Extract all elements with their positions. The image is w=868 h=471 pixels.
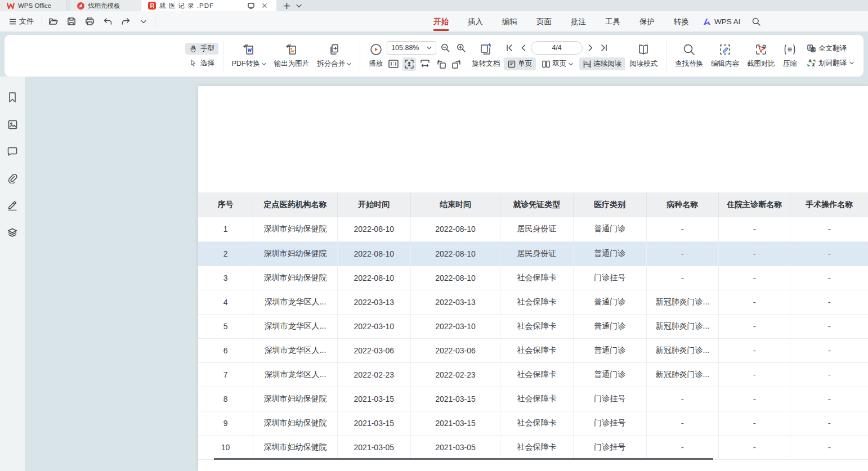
select-tool-button[interactable]: 选择	[185, 57, 218, 69]
find-replace-button[interactable]: 查找替换	[671, 41, 707, 71]
rotate-left-button[interactable]	[434, 57, 448, 71]
full-text-translate-button[interactable]: 全文翻译	[803, 43, 858, 55]
continuous-reading-button[interactable]: 连续阅读	[579, 57, 625, 70]
menu-search-button[interactable]	[752, 17, 760, 26]
save-button[interactable]	[65, 15, 78, 28]
page-indicator-input[interactable]	[531, 41, 583, 55]
split-merge-button[interactable]: 拆分合并	[313, 41, 355, 71]
menu-tab-insert[interactable]: 插入	[464, 14, 486, 29]
column-header: 开始时间	[338, 192, 411, 217]
menu-tab-edit[interactable]: 编辑	[499, 14, 521, 29]
double-page-button[interactable]: 双页	[538, 57, 577, 70]
quick-access-dropdown[interactable]	[137, 15, 150, 28]
table-cell: -	[790, 362, 868, 387]
ribbon-toolbar: 手型 选择 PDF转换	[5, 35, 863, 77]
menu-tab-convert[interactable]: 转换	[670, 14, 692, 29]
play-icon	[369, 43, 383, 56]
word-translate-button[interactable]: 划词翻译	[803, 57, 858, 69]
table-bottom-border	[214, 458, 713, 460]
pdf-convert-button[interactable]: PDF转换	[228, 41, 270, 71]
bookmark-icon	[8, 92, 17, 102]
table-cell: -	[790, 338, 868, 362]
chevron-down-icon	[347, 62, 351, 66]
table-cell: -	[719, 362, 790, 387]
fit-page-button[interactable]	[402, 57, 416, 71]
tab-document-pdf[interactable]: 就 医 记 录 .PDF	[141, 0, 276, 11]
table-cell: 深圳市妇幼保健院	[253, 241, 338, 266]
wps-ai-button[interactable]: WPS AI	[703, 17, 741, 26]
table-cell: 普通门诊	[573, 362, 646, 387]
rotate-right-button[interactable]	[450, 57, 463, 71]
zoom-in-button[interactable]	[454, 41, 468, 55]
menu-tab-home[interactable]: 开始	[430, 14, 452, 29]
rotate-document-button[interactable]: 旋转文档	[468, 41, 504, 71]
attachments-panel-button[interactable]	[5, 171, 20, 186]
edit-content-button[interactable]: 编辑内容	[707, 41, 743, 71]
hand-tool-button[interactable]: 手型	[185, 43, 218, 55]
export-as-image-button[interactable]: 输出为图片	[270, 41, 314, 71]
table-cell: 社会保障卡	[500, 314, 574, 338]
single-page-button[interactable]: 单页	[504, 57, 536, 70]
table-cell: 新冠肺炎门诊...	[646, 290, 719, 314]
tab-list-button[interactable]	[296, 4, 302, 8]
read-mode-button[interactable]: 阅读模式	[625, 41, 661, 71]
screenshot-compare-button[interactable]: 截图对比	[743, 41, 779, 71]
next-page-button[interactable]	[585, 41, 596, 55]
table-cell: 2022-03-06	[410, 338, 500, 362]
table-row: 6深圳市龙华区人...2022-03-062022-03-06社会保障卡普通门诊…	[198, 338, 868, 362]
table-row: 9深圳市妇幼保健院2021-03-152021-03-15社会保障卡门诊挂号--…	[198, 411, 868, 435]
table-cell: 4	[198, 290, 253, 314]
play-label: 播放	[369, 59, 383, 69]
menu-tab-tools[interactable]: 工具	[602, 14, 624, 29]
table-cell: -	[646, 266, 719, 290]
medical-records-table: 序号定点医药机构名称开始时间结束时间就诊凭证类型医疗类别病种名称住院主诊断名称手…	[198, 192, 868, 460]
new-tab-button[interactable]	[283, 2, 290, 10]
file-menu-button[interactable]: 文件	[6, 15, 37, 28]
zoom-level-select[interactable]: 105.88%	[387, 41, 436, 55]
zoom-out-button[interactable]	[439, 41, 452, 55]
last-page-button[interactable]	[598, 41, 610, 55]
layers-panel-button[interactable]	[5, 225, 20, 240]
tab-label: WPS Office	[18, 2, 51, 9]
previous-page-button[interactable]	[517, 41, 529, 55]
wps-ai-label: WPS AI	[714, 17, 741, 26]
open-file-button[interactable]	[47, 15, 60, 28]
tab-wps-office[interactable]: WPS Office	[0, 0, 66, 11]
full-translate-label: 全文翻译	[818, 44, 847, 53]
thumbnails-panel-button[interactable]	[5, 117, 20, 132]
redo-button[interactable]	[119, 15, 132, 28]
table-cell: 2021-03-05	[338, 435, 411, 459]
compress-button[interactable]: 压缩	[779, 41, 801, 71]
menu-tab-page[interactable]: 页面	[533, 14, 555, 29]
plus-icon	[283, 2, 290, 10]
close-tab-button[interactable]	[259, 1, 270, 11]
find-replace-label: 查找替换	[675, 59, 703, 69]
find-replace-icon	[682, 43, 696, 56]
hand-tool-label: 手型	[200, 44, 214, 53]
table-cell: -	[790, 241, 868, 266]
table-cell: 2022-03-06	[338, 338, 411, 362]
signature-panel-button[interactable]	[5, 198, 20, 213]
undo-button[interactable]	[101, 15, 114, 28]
rotate-document-label: 旋转文档	[472, 59, 500, 69]
screen-share-button[interactable]	[246, 1, 256, 11]
first-page-button[interactable]	[504, 41, 515, 55]
continuous-reading-icon	[583, 60, 591, 68]
tab-docer-templates[interactable]: 找稻壳模板	[70, 0, 141, 11]
table-cell: -	[646, 411, 719, 435]
main-area: 手型 选择 PDF转换	[0, 32, 868, 471]
menu-tab-protect[interactable]: 保护	[636, 14, 658, 29]
table-cell: 新冠肺炎门诊...	[646, 362, 719, 387]
column-header: 定点医药机构名称	[253, 192, 338, 217]
play-button[interactable]: 播放	[365, 41, 387, 71]
divider	[360, 41, 360, 71]
fit-width-button[interactable]	[418, 57, 432, 71]
table-cell: 2	[198, 241, 253, 266]
actual-size-button[interactable]	[387, 57, 400, 71]
document-scroll-area[interactable]: 序号定点医药机构名称开始时间结束时间就诊凭证类型医疗类别病种名称住院主诊断名称手…	[25, 77, 868, 471]
bookmark-panel-button[interactable]	[5, 90, 20, 105]
comments-panel-button[interactable]	[5, 144, 20, 159]
one-to-one-icon	[388, 60, 399, 68]
menu-tab-annotate[interactable]: 批注	[567, 14, 589, 29]
print-button[interactable]	[83, 15, 96, 28]
